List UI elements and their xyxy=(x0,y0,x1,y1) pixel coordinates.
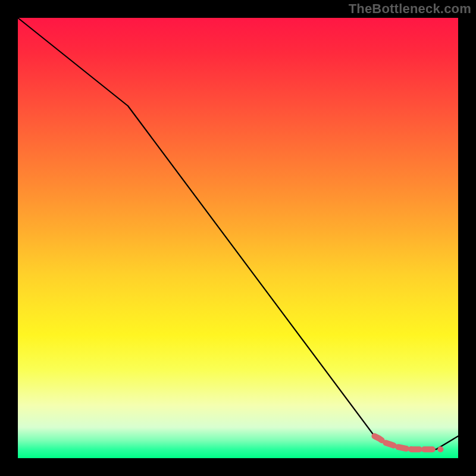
highlight-stroke xyxy=(374,436,436,449)
plot-area xyxy=(18,18,458,458)
highlight-markers xyxy=(374,436,443,452)
watermark-text: TheBottleneck.com xyxy=(349,1,471,17)
highlight-end-dot xyxy=(437,446,443,452)
bottleneck-curve-line xyxy=(18,18,458,449)
chart-frame: TheBottleneck.com xyxy=(0,0,476,476)
chart-svg xyxy=(18,18,458,458)
